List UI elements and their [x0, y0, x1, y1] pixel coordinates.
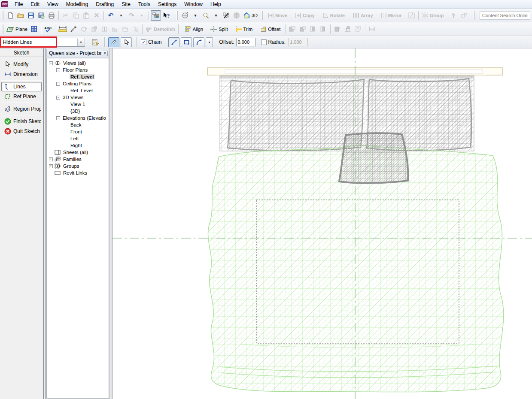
tree-item-ref-level-ceiling[interactable]: Ref. Level [47, 87, 109, 94]
sketch-tab-header[interactable]: Sketch [0, 48, 43, 57]
project-browser-tree: - Views (all) - Floor Plans Ref. Level -… [46, 58, 109, 399]
expand-icon[interactable]: + [49, 157, 53, 161]
tree-item-ceiling-plans[interactable]: - Ceiling Plans [47, 80, 109, 87]
menu-tools[interactable]: Tools [134, 0, 154, 8]
sketch-item-region-properties[interactable]: Region Proper [1, 104, 42, 114]
radius-checkbox[interactable] [261, 39, 267, 45]
toolbar-separator [149, 11, 149, 20]
tree-item-sheets[interactable]: Sheets (all) [47, 149, 109, 156]
wall-joins-icon [132, 26, 139, 32]
collapse-icon[interactable]: - [49, 61, 53, 65]
type-selector[interactable]: Hidden Lines ▾ [1, 38, 85, 47]
menu-window[interactable]: Window [180, 0, 207, 8]
sketch-item-ref-plane[interactable]: Ref Plane [1, 92, 42, 101]
tree-item-groups[interactable]: + Groups [47, 163, 109, 169]
spelling-button[interactable]: ABC [43, 24, 53, 34]
menu-drafting[interactable]: Drafting [92, 0, 118, 8]
tree-item-revit-links[interactable]: Revit Links [47, 169, 109, 176]
arc-tool-button[interactable] [193, 37, 204, 47]
trim-button[interactable]: Trim [234, 24, 254, 34]
sketch-item-dimension[interactable]: Dimension [1, 70, 42, 79]
print-button[interactable] [46, 10, 57, 21]
offset-field-label: Offset: [219, 39, 234, 45]
menu-file[interactable]: File [11, 0, 27, 8]
copy-tool-button: Copy [294, 10, 316, 21]
default-3d-view-button[interactable]: 3D [242, 10, 259, 21]
tree-item-back[interactable]: Back [47, 121, 109, 128]
sketch-item-lines[interactable]: Lines [1, 82, 42, 91]
undo-button[interactable]: ↶ [106, 10, 116, 21]
sketch-item-finish-sketch[interactable]: Finish Sketch [1, 117, 42, 126]
paint-button [89, 24, 99, 34]
line-tool-button[interactable] [168, 37, 179, 47]
grid-icon [30, 26, 37, 33]
offset-label: Offset [268, 27, 280, 32]
toolbar-grip[interactable] [474, 11, 475, 20]
sketch-item-modify[interactable]: Modify [1, 60, 42, 69]
tree-item-ref-level-floor[interactable]: Ref. Level [47, 73, 109, 80]
tree-item-elevations[interactable]: - Elevations (Elevatio [47, 115, 109, 121]
undo-dropdown[interactable]: ▾ [116, 10, 126, 21]
tree-item-right[interactable]: Right [47, 142, 109, 149]
offset-button[interactable]: Offset [258, 24, 282, 34]
edit-cut-profile-button [298, 24, 308, 34]
collapse-icon[interactable]: - [56, 68, 60, 72]
collapse-icon[interactable]: - [56, 116, 60, 120]
whats-this-button[interactable]: ? [161, 10, 172, 21]
toolbar-grip[interactable] [176, 11, 178, 20]
tree-item-families[interactable]: + Families [47, 156, 109, 163]
pick-mode-button[interactable] [121, 37, 132, 47]
chain-checkbox[interactable]: ✓ [141, 39, 146, 45]
draw-mode-button[interactable] [108, 37, 119, 47]
save-button[interactable] [26, 10, 36, 21]
menu-help[interactable]: Help [207, 0, 225, 8]
link-window-button [459, 10, 469, 21]
dimension-button[interactable] [57, 24, 68, 34]
menu-site[interactable]: Site [118, 0, 134, 8]
menu-settings[interactable]: Settings [154, 0, 180, 8]
tree-item-floor-plans[interactable]: - Floor Plans [47, 66, 109, 73]
open-button[interactable] [15, 10, 26, 21]
dynamic-view-dropdown[interactable]: ▾ [190, 10, 201, 21]
rectangle-tool-button[interactable] [181, 37, 192, 47]
expand-icon[interactable]: + [49, 164, 53, 168]
dynamic-view-button[interactable] [180, 10, 190, 21]
collapse-icon[interactable]: - [56, 82, 60, 86]
align-button[interactable]: Align [183, 24, 204, 34]
work-plane-button[interactable]: Plane [5, 24, 29, 34]
tree-item-3d[interactable]: {3D} [47, 108, 109, 115]
tree-item-views[interactable]: - Views (all) [47, 60, 109, 66]
close-icon[interactable]: ✕ [102, 51, 108, 56]
project-browser-toggle[interactable] [151, 10, 161, 21]
zoom-dropdown[interactable]: ▾ [211, 10, 221, 21]
tree-item-front[interactable]: Front [47, 128, 109, 135]
content-search-input[interactable] [480, 11, 530, 20]
type-properties-button[interactable] [90, 37, 101, 47]
tree-item-view-1[interactable]: View 1 [47, 101, 109, 108]
project-browser-titlebar[interactable]: Queen size - Project br... ✕ [46, 49, 109, 57]
collapse-icon[interactable]: - [56, 96, 60, 100]
split-button[interactable]: Split [209, 24, 229, 34]
menu-modelling[interactable]: Modelling [62, 0, 92, 8]
tree-item-3d-views[interactable]: - 3D Views [47, 94, 109, 101]
drawing-canvas[interactable] [112, 48, 532, 399]
toolbar-separator [58, 11, 59, 20]
menu-edit[interactable]: Edit [27, 0, 43, 8]
grid-button[interactable] [29, 24, 39, 34]
zoom-button[interactable] [201, 10, 211, 21]
toolbar-grip[interactable] [2, 11, 3, 20]
new-button[interactable] [5, 10, 15, 21]
tree-label: Ceiling Plans [62, 81, 92, 86]
menu-view[interactable]: View [43, 0, 62, 8]
combo-dropdown-arrow-icon[interactable]: ▾ [77, 39, 84, 46]
chain-option[interactable]: ✓ Chain [141, 39, 161, 45]
radius-option[interactable]: Radius: [261, 39, 286, 45]
toolbar-grip[interactable] [2, 24, 3, 34]
offset-input[interactable]: 0.000 [236, 38, 256, 46]
draw-tools-dropdown[interactable]: ▾ [206, 37, 213, 47]
tree-item-left[interactable]: Left [47, 135, 109, 142]
match-type-button[interactable] [68, 24, 79, 34]
thin-lines-button[interactable] [221, 10, 231, 21]
save-to-central-button[interactable] [36, 10, 46, 21]
sketch-item-quit-sketch[interactable]: Quit Sketch [1, 127, 42, 136]
